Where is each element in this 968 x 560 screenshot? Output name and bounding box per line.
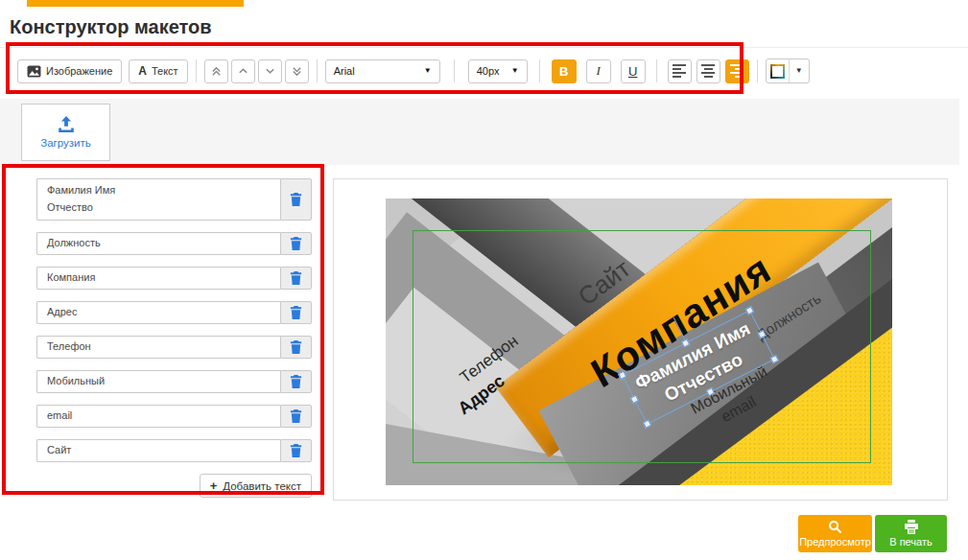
chevron-down-icon (265, 67, 275, 75)
delete-field-button[interactable] (280, 301, 312, 324)
delete-field-button[interactable] (280, 405, 312, 428)
image-icon (27, 65, 41, 78)
field-row-site: Сайт (36, 439, 312, 462)
toolbar-divider (196, 59, 197, 82)
add-text-button[interactable]: + Добавить текст (200, 474, 312, 498)
align-left-button[interactable] (668, 59, 692, 83)
delete-field-button[interactable] (280, 267, 312, 290)
caret-down-icon: ▼ (424, 67, 432, 75)
double-chevron-up-icon (211, 66, 222, 77)
title-divider (0, 47, 968, 48)
field-row-phone: Телефон (36, 336, 312, 359)
align-center-button[interactable] (696, 59, 720, 83)
double-chevron-down-icon (292, 66, 302, 77)
insert-image-button[interactable]: Изображение (17, 59, 122, 83)
toolbar-divider (317, 59, 318, 82)
print-label: В печать (889, 536, 932, 548)
add-text-label: Добавить текст (223, 480, 301, 492)
trash-icon (289, 192, 303, 207)
font-family-value: Arial (334, 65, 355, 77)
plus-icon: + (210, 478, 218, 493)
align-left-icon (673, 64, 686, 78)
field-input-address[interactable]: Адрес (36, 301, 280, 324)
field-input-email[interactable]: email (36, 405, 280, 428)
insert-image-label: Изображение (46, 65, 112, 77)
field-input-name[interactable]: Фамилия Имя Отчество (36, 178, 280, 221)
send-to-back-button[interactable] (285, 59, 309, 83)
printer-icon (904, 520, 919, 534)
trash-icon (289, 408, 303, 424)
insert-text-button[interactable]: A Текст (129, 59, 187, 83)
print-button[interactable]: В печать (875, 515, 947, 552)
trash-icon (289, 443, 303, 458)
font-size-select[interactable]: 40px ▼ (468, 59, 528, 83)
field-row-name: Фамилия Имя Отчество (36, 178, 312, 221)
caret-down-icon: ▼ (511, 67, 519, 75)
delete-field-button[interactable] (280, 336, 312, 359)
trash-icon (289, 305, 303, 320)
business-card-canvas[interactable]: Сайт Компания Телефон Адрес Должность Мо… (386, 198, 892, 485)
trash-icon (289, 236, 303, 251)
toolbar-divider (539, 59, 540, 82)
upload-icon (57, 116, 76, 133)
italic-button[interactable]: I (586, 59, 611, 83)
field-input-phone[interactable]: Телефон (36, 336, 280, 359)
chevron-up-icon (238, 67, 248, 75)
color-swatch-icon (770, 64, 785, 79)
delete-field-button[interactable] (280, 178, 312, 221)
toolbar-divider (454, 59, 455, 82)
delete-field-button[interactable] (280, 232, 312, 255)
field-row-email: email (36, 405, 312, 428)
field-row-company: Компания (36, 267, 312, 290)
field-input-company[interactable]: Компания (36, 267, 280, 290)
field-row-position: Должность (36, 232, 312, 255)
editor-toolbar: Изображение A Текст (17, 58, 810, 84)
field-row-mobile: Мобильный (36, 370, 312, 393)
move-down-button[interactable] (258, 59, 282, 83)
magnifier-icon (828, 520, 842, 534)
field-input-site[interactable]: Сайт (36, 439, 280, 462)
upload-label: Загрузить (40, 137, 91, 149)
bring-to-front-button[interactable] (204, 59, 228, 83)
insert-text-label: Текст (152, 65, 178, 77)
field-row-address: Адрес (36, 301, 312, 324)
field-input-position[interactable]: Должность (36, 232, 280, 255)
field-input-mobile[interactable]: Мобильный (36, 370, 280, 393)
align-right-icon (730, 64, 744, 78)
canvas-panel: Сайт Компания Телефон Адрес Должность Мо… (333, 178, 948, 501)
active-tab-indicator (27, 0, 244, 7)
toolbar-divider (757, 59, 758, 82)
delete-field-button[interactable] (280, 370, 312, 393)
text-color-picker[interactable]: ▼ (766, 58, 810, 83)
preview-button[interactable]: Предпросмотр (798, 515, 872, 552)
text-field-list: Фамилия Имя Отчество Должность Компания … (36, 178, 312, 498)
move-up-button[interactable] (231, 59, 255, 83)
preview-label: Предпросмотр (799, 536, 871, 548)
font-family-select[interactable]: Arial ▼ (325, 59, 440, 83)
page-title: Конструктор макетов (10, 16, 212, 38)
upload-section: Загрузить (0, 99, 959, 165)
caret-down-icon: ▼ (795, 67, 803, 75)
layout-constructor-screen: Конструктор макетов Изображение A Текст (0, 0, 968, 560)
text-icon: A (138, 64, 147, 78)
trash-icon (289, 270, 303, 286)
upload-button[interactable]: Загрузить (21, 104, 110, 161)
color-dropdown-button[interactable]: ▼ (790, 59, 809, 82)
underline-button[interactable]: U (621, 59, 646, 83)
color-swatch-button[interactable] (767, 59, 790, 82)
trash-icon (289, 374, 303, 389)
trash-icon (289, 339, 303, 355)
delete-field-button[interactable] (280, 439, 312, 462)
align-right-button[interactable] (725, 59, 749, 83)
bold-button[interactable]: B (552, 59, 577, 83)
align-center-icon (701, 64, 715, 78)
toolbar-divider (656, 59, 657, 82)
font-size-value: 40px (477, 65, 500, 77)
